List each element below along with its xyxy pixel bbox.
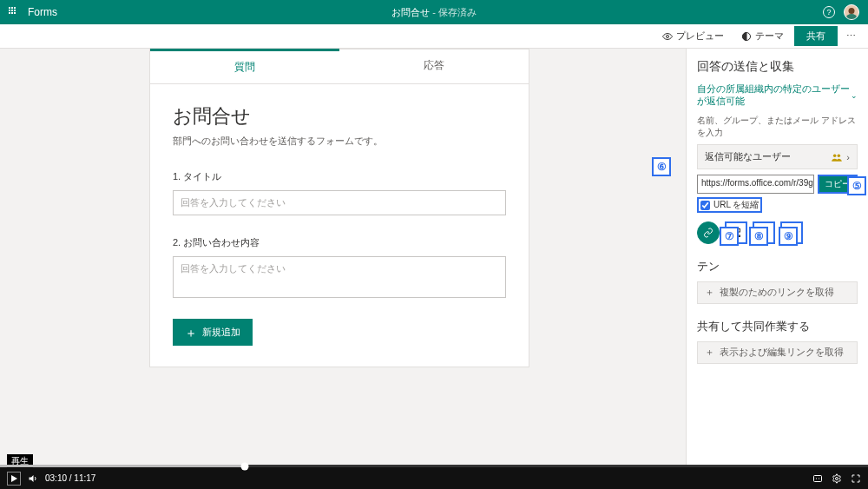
share-button[interactable]: 共有 — [794, 26, 838, 46]
doc-saved-state: - 保存済み — [432, 7, 477, 17]
avatar[interactable] — [844, 4, 859, 20]
help-icon[interactable]: ? — [823, 6, 835, 18]
app-name: Forms — [28, 6, 57, 18]
theme-label: テーマ — [755, 30, 784, 43]
svg-point-0 — [667, 35, 669, 37]
waffle-icon[interactable] — [9, 7, 19, 17]
theme-button[interactable]: テーマ — [734, 27, 791, 45]
preview-label: プレビュー — [676, 30, 724, 43]
more-button[interactable]: ⋯ — [841, 28, 861, 44]
preview-button[interactable]: プレビュー — [655, 27, 731, 45]
eye-icon — [662, 31, 673, 42]
toolbar: プレビュー テーマ 共有 ⋯ — [0, 24, 868, 49]
app-header: Forms お問合せ - 保存済み ? — [0, 0, 868, 24]
theme-icon — [741, 31, 752, 42]
doc-title-text: お問合せ — [391, 7, 430, 17]
doc-title: お問合せ - 保存済み — [391, 6, 477, 19]
